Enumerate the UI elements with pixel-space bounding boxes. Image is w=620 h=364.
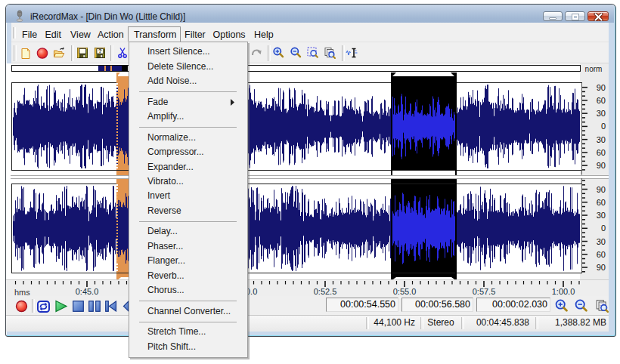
svg-text:?: ? — [98, 48, 102, 54]
